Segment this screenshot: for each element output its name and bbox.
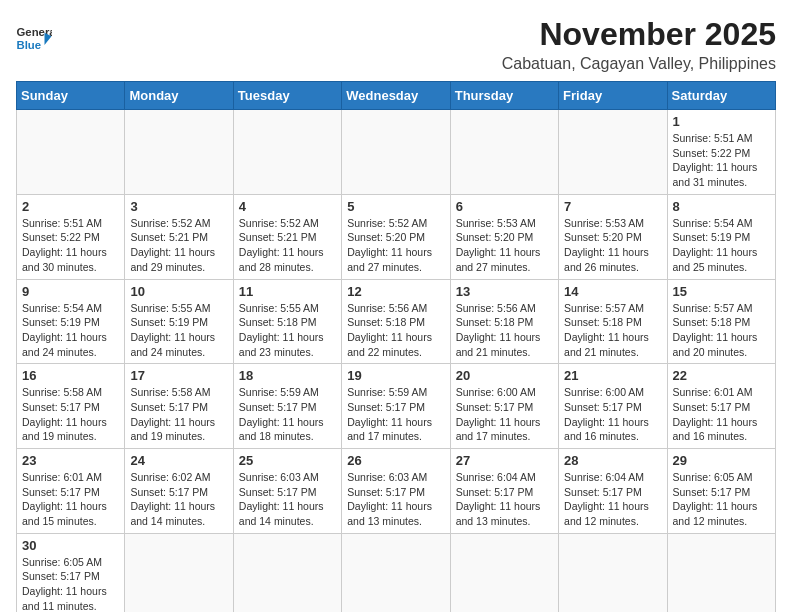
col-wednesday: Wednesday <box>342 82 450 110</box>
subtitle: Cabatuan, Cagayan Valley, Philippines <box>502 55 776 73</box>
day-number: 30 <box>22 538 119 553</box>
svg-text:Blue: Blue <box>17 39 42 51</box>
calendar-cell: 20Sunrise: 6:00 AMSunset: 5:17 PMDayligh… <box>450 364 558 449</box>
calendar-cell: 22Sunrise: 6:01 AMSunset: 5:17 PMDayligh… <box>667 364 775 449</box>
day-number: 14 <box>564 284 661 299</box>
day-info: Sunrise: 5:55 AMSunset: 5:18 PMDaylight:… <box>239 301 336 360</box>
calendar-cell: 23Sunrise: 6:01 AMSunset: 5:17 PMDayligh… <box>17 449 125 534</box>
day-info: Sunrise: 5:58 AMSunset: 5:17 PMDaylight:… <box>130 385 227 444</box>
day-number: 15 <box>673 284 770 299</box>
day-info: Sunrise: 5:57 AMSunset: 5:18 PMDaylight:… <box>673 301 770 360</box>
calendar-header: Sunday Monday Tuesday Wednesday Thursday… <box>17 82 776 110</box>
calendar-cell: 4Sunrise: 5:52 AMSunset: 5:21 PMDaylight… <box>233 194 341 279</box>
day-number: 7 <box>564 199 661 214</box>
day-info: Sunrise: 6:03 AMSunset: 5:17 PMDaylight:… <box>239 470 336 529</box>
day-info: Sunrise: 6:04 AMSunset: 5:17 PMDaylight:… <box>456 470 553 529</box>
day-number: 1 <box>673 114 770 129</box>
calendar-cell: 24Sunrise: 6:02 AMSunset: 5:17 PMDayligh… <box>125 449 233 534</box>
calendar-cell: 29Sunrise: 6:05 AMSunset: 5:17 PMDayligh… <box>667 449 775 534</box>
calendar-cell <box>667 533 775 612</box>
day-info: Sunrise: 5:59 AMSunset: 5:17 PMDaylight:… <box>347 385 444 444</box>
calendar-cell <box>450 110 558 195</box>
day-number: 20 <box>456 368 553 383</box>
main-title: November 2025 <box>502 16 776 53</box>
calendar-cell <box>125 533 233 612</box>
calendar-cell: 1Sunrise: 5:51 AMSunset: 5:22 PMDaylight… <box>667 110 775 195</box>
col-saturday: Saturday <box>667 82 775 110</box>
week-row-2: 9Sunrise: 5:54 AMSunset: 5:19 PMDaylight… <box>17 279 776 364</box>
day-info: Sunrise: 5:57 AMSunset: 5:18 PMDaylight:… <box>564 301 661 360</box>
calendar-cell: 5Sunrise: 5:52 AMSunset: 5:20 PMDaylight… <box>342 194 450 279</box>
calendar-cell <box>559 110 667 195</box>
calendar-cell: 9Sunrise: 5:54 AMSunset: 5:19 PMDaylight… <box>17 279 125 364</box>
day-info: Sunrise: 6:00 AMSunset: 5:17 PMDaylight:… <box>564 385 661 444</box>
day-info: Sunrise: 6:00 AMSunset: 5:17 PMDaylight:… <box>456 385 553 444</box>
calendar-cell: 6Sunrise: 5:53 AMSunset: 5:20 PMDaylight… <box>450 194 558 279</box>
week-row-3: 16Sunrise: 5:58 AMSunset: 5:17 PMDayligh… <box>17 364 776 449</box>
calendar-cell: 16Sunrise: 5:58 AMSunset: 5:17 PMDayligh… <box>17 364 125 449</box>
calendar-cell: 27Sunrise: 6:04 AMSunset: 5:17 PMDayligh… <box>450 449 558 534</box>
day-info: Sunrise: 5:54 AMSunset: 5:19 PMDaylight:… <box>22 301 119 360</box>
header: General Blue November 2025 Cabatuan, Cag… <box>16 16 776 73</box>
day-number: 17 <box>130 368 227 383</box>
day-number: 23 <box>22 453 119 468</box>
day-number: 4 <box>239 199 336 214</box>
calendar-cell: 10Sunrise: 5:55 AMSunset: 5:19 PMDayligh… <box>125 279 233 364</box>
day-number: 9 <box>22 284 119 299</box>
day-info: Sunrise: 5:52 AMSunset: 5:21 PMDaylight:… <box>239 216 336 275</box>
calendar-cell <box>342 533 450 612</box>
calendar-cell: 2Sunrise: 5:51 AMSunset: 5:22 PMDaylight… <box>17 194 125 279</box>
day-info: Sunrise: 5:52 AMSunset: 5:20 PMDaylight:… <box>347 216 444 275</box>
calendar-cell: 28Sunrise: 6:04 AMSunset: 5:17 PMDayligh… <box>559 449 667 534</box>
calendar-cell: 11Sunrise: 5:55 AMSunset: 5:18 PMDayligh… <box>233 279 341 364</box>
day-number: 28 <box>564 453 661 468</box>
calendar-cell: 17Sunrise: 5:58 AMSunset: 5:17 PMDayligh… <box>125 364 233 449</box>
day-number: 22 <box>673 368 770 383</box>
day-info: Sunrise: 5:51 AMSunset: 5:22 PMDaylight:… <box>22 216 119 275</box>
calendar-cell <box>233 110 341 195</box>
calendar-cell <box>559 533 667 612</box>
calendar-cell <box>125 110 233 195</box>
col-sunday: Sunday <box>17 82 125 110</box>
calendar-cell: 7Sunrise: 5:53 AMSunset: 5:20 PMDaylight… <box>559 194 667 279</box>
day-number: 11 <box>239 284 336 299</box>
day-number: 21 <box>564 368 661 383</box>
col-thursday: Thursday <box>450 82 558 110</box>
day-number: 10 <box>130 284 227 299</box>
calendar-cell: 19Sunrise: 5:59 AMSunset: 5:17 PMDayligh… <box>342 364 450 449</box>
calendar-cell <box>342 110 450 195</box>
col-friday: Friday <box>559 82 667 110</box>
logo: General Blue <box>16 24 52 52</box>
day-number: 18 <box>239 368 336 383</box>
day-info: Sunrise: 5:58 AMSunset: 5:17 PMDaylight:… <box>22 385 119 444</box>
day-info: Sunrise: 5:51 AMSunset: 5:22 PMDaylight:… <box>673 131 770 190</box>
day-number: 3 <box>130 199 227 214</box>
day-info: Sunrise: 5:53 AMSunset: 5:20 PMDaylight:… <box>564 216 661 275</box>
day-info: Sunrise: 6:05 AMSunset: 5:17 PMDaylight:… <box>673 470 770 529</box>
day-info: Sunrise: 6:01 AMSunset: 5:17 PMDaylight:… <box>673 385 770 444</box>
calendar-cell: 8Sunrise: 5:54 AMSunset: 5:19 PMDaylight… <box>667 194 775 279</box>
day-number: 16 <box>22 368 119 383</box>
week-row-4: 23Sunrise: 6:01 AMSunset: 5:17 PMDayligh… <box>17 449 776 534</box>
week-row-0: 1Sunrise: 5:51 AMSunset: 5:22 PMDaylight… <box>17 110 776 195</box>
day-number: 12 <box>347 284 444 299</box>
calendar-cell <box>233 533 341 612</box>
header-row: Sunday Monday Tuesday Wednesday Thursday… <box>17 82 776 110</box>
calendar-cell: 25Sunrise: 6:03 AMSunset: 5:17 PMDayligh… <box>233 449 341 534</box>
calendar-cell: 12Sunrise: 5:56 AMSunset: 5:18 PMDayligh… <box>342 279 450 364</box>
calendar-cell: 18Sunrise: 5:59 AMSunset: 5:17 PMDayligh… <box>233 364 341 449</box>
day-number: 13 <box>456 284 553 299</box>
day-info: Sunrise: 5:55 AMSunset: 5:19 PMDaylight:… <box>130 301 227 360</box>
day-info: Sunrise: 5:53 AMSunset: 5:20 PMDaylight:… <box>456 216 553 275</box>
day-info: Sunrise: 6:03 AMSunset: 5:17 PMDaylight:… <box>347 470 444 529</box>
week-row-1: 2Sunrise: 5:51 AMSunset: 5:22 PMDaylight… <box>17 194 776 279</box>
logo-icon: General Blue <box>16 24 52 52</box>
day-number: 24 <box>130 453 227 468</box>
day-info: Sunrise: 5:56 AMSunset: 5:18 PMDaylight:… <box>347 301 444 360</box>
day-number: 5 <box>347 199 444 214</box>
day-number: 8 <box>673 199 770 214</box>
day-info: Sunrise: 5:54 AMSunset: 5:19 PMDaylight:… <box>673 216 770 275</box>
calendar-cell: 26Sunrise: 6:03 AMSunset: 5:17 PMDayligh… <box>342 449 450 534</box>
calendar-cell: 13Sunrise: 5:56 AMSunset: 5:18 PMDayligh… <box>450 279 558 364</box>
day-number: 29 <box>673 453 770 468</box>
